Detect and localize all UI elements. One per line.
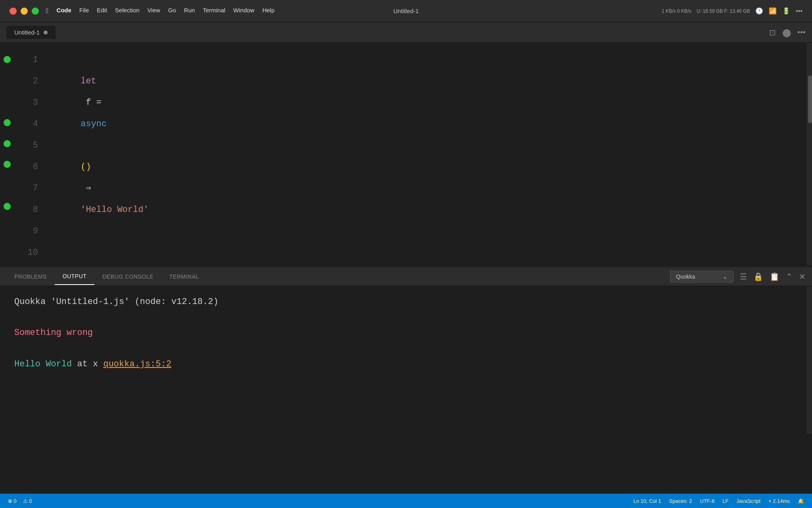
- string-hello-world: 'Hello World': [80, 205, 149, 215]
- tab-modified-dot: [44, 31, 48, 35]
- titlebar-left:  Code File Edit Selection View Go Run T…: [10, 7, 275, 15]
- expand-panel-button[interactable]: ⌃: [786, 272, 793, 281]
- status-quokka-time[interactable]: × 2.14ms: [768, 498, 790, 504]
- output-hello-world: Hello World: [14, 359, 72, 369]
- line-num-8: 8: [14, 199, 38, 221]
- battery-icon: 🔋: [782, 7, 790, 15]
- output-line-3: Something wrong: [14, 325, 798, 341]
- gutter-line-8: [0, 196, 14, 217]
- quokka-dot-8: [4, 203, 11, 210]
- output-line-1: Quokka 'Untitled-1.js' (node: v12.18.2): [14, 294, 798, 310]
- status-spaces[interactable]: Spaces: 2: [669, 498, 692, 504]
- gutter-line-5: [0, 133, 14, 154]
- tab-terminal[interactable]: TERMINAL: [161, 269, 207, 285]
- line-num-1: 1: [14, 49, 38, 71]
- status-line-ending[interactable]: LF: [722, 498, 728, 504]
- clock-icon: 🕐: [755, 7, 763, 15]
- tab-debug-console[interactable]: DEBUG CONSOLE: [94, 269, 161, 285]
- quokka-dot-4: [4, 119, 11, 126]
- gutter-line-10: [0, 238, 14, 259]
- line-num-6: 6: [14, 156, 38, 178]
- clear-output-button[interactable]: ☰: [740, 272, 747, 281]
- status-encoding[interactable]: UTF-8: [700, 498, 714, 504]
- network-stats: 1 KB/s 0 KB/s: [662, 8, 691, 14]
- code-line-2: [46, 242, 812, 265]
- notification-icon[interactable]: 🔔: [798, 498, 804, 504]
- status-bar: ⊗ 0 ⚠ 0 Ln 10, Col 1 Spaces: 2 UTF-8 LF …: [0, 494, 812, 508]
- line-num-4: 4: [14, 114, 38, 135]
- menu-code[interactable]: Code: [57, 7, 72, 15]
- space: f =: [80, 98, 107, 108]
- status-line-col[interactable]: Ln 10, Col 1: [634, 498, 661, 504]
- circle-icon: ⬤: [782, 28, 791, 37]
- panel-tab-bar: PROBLEMS OUTPUT DEBUG CONSOLE TERMINAL Q…: [0, 267, 812, 286]
- line-num-3: 3: [14, 92, 38, 114]
- editor-tab-untitled[interactable]: Untitled-1: [6, 26, 56, 39]
- panel-tab-actions: Quokka ⌄ ☰ 🔒 📋 ⌃ ✕: [670, 271, 806, 283]
- maximize-button[interactable]: [32, 8, 39, 15]
- close-button[interactable]: [10, 8, 17, 15]
- traffic-lights: [10, 8, 39, 15]
- gutter-line-6: [0, 154, 14, 175]
- menu-bar:  Code File Edit Selection View Go Run T…: [46, 7, 275, 15]
- split-editor-button[interactable]: ⊡: [769, 28, 776, 37]
- more-icon[interactable]: •••: [796, 8, 802, 15]
- paren-open: (): [80, 162, 91, 172]
- line-num-2: 2: [14, 71, 38, 92]
- status-errors[interactable]: ⊗ 0: [8, 498, 17, 504]
- quokka-dot-1: [4, 56, 11, 63]
- bottom-panel: PROBLEMS OUTPUT DEBUG CONSOLE TERMINAL Q…: [0, 267, 812, 434]
- output-quokka-link[interactable]: quokka.js:5:2: [103, 359, 171, 369]
- line-num-10: 10: [14, 242, 38, 264]
- output-source-dropdown[interactable]: Quokka ⌄: [670, 271, 733, 283]
- editor-scrollbar-thumb: [808, 75, 812, 123]
- window-title: Untitled-1: [393, 8, 419, 14]
- line-num-7: 7: [14, 178, 38, 199]
- quokka-dot-6: [4, 161, 11, 168]
- gutter-line-3: [0, 91, 14, 112]
- space3: ⇒: [80, 183, 96, 193]
- editor-tab-bar: Untitled-1 ⊡ ⬤ •••: [0, 22, 812, 43]
- minimize-button[interactable]: [21, 8, 28, 15]
- apple-menu[interactable]: : [46, 7, 49, 15]
- status-right: Ln 10, Col 1 Spaces: 2 UTF-8 LF JavaScri…: [634, 498, 804, 504]
- more-actions-button[interactable]: •••: [797, 28, 806, 37]
- code-line-1: let f = async () ⇒ 'Hello World': [46, 49, 812, 242]
- menu-view[interactable]: View: [147, 7, 160, 15]
- gutter-line-1: [0, 49, 14, 70]
- close-panel-button[interactable]: ✕: [799, 272, 806, 281]
- gutter-line-4: [0, 112, 14, 133]
- menu-edit[interactable]: Edit: [97, 7, 107, 15]
- tab-output[interactable]: OUTPUT: [55, 268, 95, 285]
- code-editor[interactable]: let f = async () ⇒ 'Hello World' try { l…: [46, 43, 812, 265]
- memory-stats: U: 18.59 GB F: 13.40 GB: [697, 8, 750, 14]
- output-at-x: at x: [77, 359, 103, 369]
- copy-icon[interactable]: 📋: [770, 272, 779, 281]
- tab-label: Untitled-1: [14, 29, 40, 36]
- keyword-let: let: [80, 76, 96, 86]
- chevron-down-icon: ⌄: [723, 273, 728, 280]
- status-language[interactable]: JavaScript: [736, 498, 760, 504]
- menu-selection[interactable]: Selection: [115, 7, 140, 15]
- status-left: ⊗ 0 ⚠ 0: [8, 498, 32, 504]
- titlebar-right: 1 KB/s 0 KB/s U: 18.59 GB F: 13.40 GB 🕐 …: [662, 7, 802, 15]
- line-num-5: 5: [14, 135, 38, 156]
- output-scrollbar[interactable]: [806, 286, 812, 434]
- menu-terminal[interactable]: Terminal: [203, 7, 226, 15]
- menu-go[interactable]: Go: [168, 7, 176, 15]
- menu-run[interactable]: Run: [184, 7, 195, 15]
- status-warnings[interactable]: ⚠ 0: [23, 498, 32, 504]
- gutter-line-2: [0, 70, 14, 91]
- dropdown-label: Quokka: [676, 273, 695, 280]
- line-num-9: 9: [14, 221, 38, 242]
- gutter-line-9: [0, 217, 14, 238]
- lock-icon[interactable]: 🔒: [753, 272, 763, 281]
- menu-file[interactable]: File: [79, 7, 89, 15]
- tab-problems[interactable]: PROBLEMS: [6, 269, 55, 285]
- menu-help[interactable]: Help: [262, 7, 275, 15]
- editor-scrollbar[interactable]: [806, 43, 812, 265]
- output-panel-content: Quokka 'Untitled-1.js' (node: v12.18.2) …: [0, 286, 812, 434]
- menu-window[interactable]: Window: [233, 7, 254, 15]
- gutter-line-7: [0, 175, 14, 196]
- line-numbers: 1 2 3 4 5 6 7 8 9 10: [14, 43, 46, 265]
